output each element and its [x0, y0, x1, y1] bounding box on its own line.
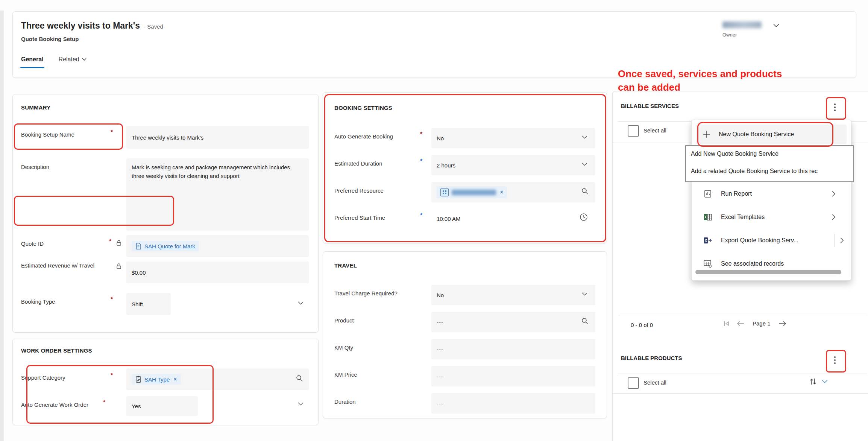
- export-quote-booking-services-menu-item[interactable]: Export Quote Booking Serv...: [696, 230, 847, 251]
- quote-id-lookup-pill: SAH Quote for Mark: [132, 241, 199, 251]
- remove-support-category-icon[interactable]: ×: [173, 376, 177, 383]
- associated-records-icon: [703, 260, 713, 268]
- new-quote-booking-service-menu-item[interactable]: New Quote Booking Service: [696, 125, 847, 144]
- first-page-icon[interactable]: [723, 321, 730, 326]
- export-excel-icon: [703, 237, 713, 244]
- search-icon[interactable]: [581, 187, 589, 195]
- auto-generate-work-order-label: Auto Generate Work Order: [21, 401, 88, 409]
- annotation-line2: can be added: [618, 81, 782, 94]
- menu-horizontal-scrollbar[interactable]: [695, 270, 841, 274]
- preferred-resource-label: Preferred Resource: [334, 187, 384, 195]
- tab-related[interactable]: Related: [59, 56, 86, 63]
- billable-services-select-all-checkbox[interactable]: [628, 125, 639, 137]
- clipboard-pencil-icon: [135, 376, 141, 383]
- form-tabs: General Related: [21, 56, 86, 63]
- record-title-row: Three weekly visits to Mark's - Saved: [21, 21, 163, 31]
- billable-products-sort-control[interactable]: [809, 377, 828, 386]
- excel-templates-label: Excel Templates: [721, 214, 832, 220]
- estimated-duration-select[interactable]: 2 hours: [431, 155, 595, 175]
- annotation-line1: Once saved, services and products: [618, 67, 782, 81]
- excel-templates-menu-item[interactable]: Excel Templates: [696, 207, 847, 228]
- previous-page-icon[interactable]: [737, 321, 744, 326]
- required-marker: *: [103, 399, 105, 406]
- support-category-label: Support Category: [21, 374, 65, 382]
- divider: [618, 315, 867, 315]
- search-icon[interactable]: [296, 374, 303, 382]
- required-marker: *: [111, 296, 113, 303]
- duration-label: Duration: [334, 398, 356, 406]
- owner-field[interactable]: Owner: [722, 21, 798, 38]
- owner-name-redacted: [722, 21, 762, 28]
- report-icon: [703, 190, 713, 198]
- next-page-icon[interactable]: [779, 321, 786, 326]
- recommended-marker: *: [420, 158, 422, 165]
- chevron-down-icon[interactable]: [582, 135, 587, 139]
- duration-input[interactable]: ---: [431, 393, 595, 414]
- auto-generate-work-order-select[interactable]: Yes: [126, 396, 198, 416]
- required-marker: *: [109, 238, 111, 245]
- clock-icon[interactable]: [580, 213, 588, 221]
- booking-settings-title: BOOKING SETTINGS: [334, 105, 392, 111]
- required-marker: *: [420, 131, 422, 138]
- travel-charge-required-select[interactable]: No: [431, 285, 595, 305]
- required-marker: *: [111, 129, 113, 136]
- tab-general[interactable]: General: [21, 56, 44, 63]
- chevron-down-icon[interactable]: [582, 292, 587, 296]
- plus-icon: [703, 131, 710, 138]
- divider: [613, 393, 868, 394]
- billable-services-record-count: 0 - 0 of 0: [631, 322, 653, 328]
- auto-generate-booking-select[interactable]: No: [431, 128, 595, 148]
- chevron-right-icon: [832, 214, 835, 220]
- run-report-menu-item[interactable]: Run Report: [696, 183, 847, 204]
- lock-icon: [116, 263, 122, 269]
- chevron-down-icon[interactable]: [298, 301, 303, 305]
- description-label: Description: [21, 163, 49, 171]
- booking-setup-name-input[interactable]: Three weekly visits to Mark's: [126, 126, 309, 149]
- chevron-right-icon: [832, 191, 835, 197]
- billable-services-pagination: Page 1: [723, 320, 786, 327]
- product-placeholder: ---: [437, 319, 443, 325]
- new-quote-booking-service-tooltip: Add New Quote Booking Service Add a rela…: [685, 145, 854, 182]
- chevron-down-icon: [822, 380, 828, 383]
- sort-arrows-icon: [809, 377, 817, 386]
- chevron-right-icon: [840, 237, 844, 243]
- tab-related-label: Related: [59, 56, 79, 63]
- tooltip-description: Add a related Quote Booking Service to t…: [691, 168, 818, 175]
- quote-id-label: Quote ID: [21, 240, 44, 248]
- product-lookup[interactable]: ---: [431, 312, 595, 332]
- quote-id-link[interactable]: SAH Quote for Mark: [144, 243, 195, 249]
- preferred-resource-name-redacted: [452, 190, 496, 195]
- travel-charge-required-label: Travel Charge Required?: [334, 289, 398, 297]
- chevron-down-icon[interactable]: [582, 163, 587, 166]
- preferred-resource-lookup[interactable]: ×: [431, 182, 595, 202]
- summary-section: SUMMARY Booking Setup Name * Three weekl…: [12, 94, 319, 333]
- description-input[interactable]: Mark is seeking care and package managem…: [126, 158, 309, 231]
- billable-services-more-commands-button[interactable]: [826, 97, 844, 117]
- support-category-lookup[interactable]: SAH Type ×: [126, 368, 309, 390]
- menu-item-divider: [835, 234, 835, 247]
- run-report-label: Run Report: [721, 190, 832, 197]
- travel-section: TRAVEL Travel Charge Required? No Produc…: [323, 251, 607, 418]
- product-label: Product: [334, 316, 354, 324]
- billable-services-title: BILLABLE SERVICES: [621, 103, 679, 109]
- preferred-start-time-input[interactable]: 10:00 AM: [431, 208, 595, 229]
- estimated-revenue-input: $0.00: [126, 262, 309, 283]
- booking-type-label: Booking Type: [21, 298, 55, 306]
- page-number-label: Page 1: [753, 320, 771, 327]
- chevron-down-icon[interactable]: [298, 402, 303, 406]
- preferred-resource-pill: ×: [437, 186, 507, 198]
- more-commands-icon: [834, 356, 836, 364]
- billable-products-select-all-checkbox[interactable]: [628, 377, 639, 389]
- km-qty-input[interactable]: ---: [431, 339, 595, 359]
- new-quote-booking-service-label: New Quote Booking Service: [719, 131, 794, 138]
- header-collapse-chevron-icon[interactable]: [773, 24, 779, 27]
- booking-type-select[interactable]: Shift: [126, 293, 171, 315]
- tooltip-title: Add New Quote Booking Service: [691, 151, 778, 157]
- support-category-link[interactable]: SAH Type: [144, 376, 170, 383]
- search-icon[interactable]: [581, 317, 589, 325]
- km-price-input[interactable]: ---: [431, 366, 595, 386]
- billable-services-select-all-label: Select all: [643, 127, 666, 134]
- duration-placeholder: ---: [437, 400, 443, 407]
- remove-preferred-resource-icon[interactable]: ×: [500, 189, 503, 196]
- billable-products-more-commands-button[interactable]: [826, 350, 844, 370]
